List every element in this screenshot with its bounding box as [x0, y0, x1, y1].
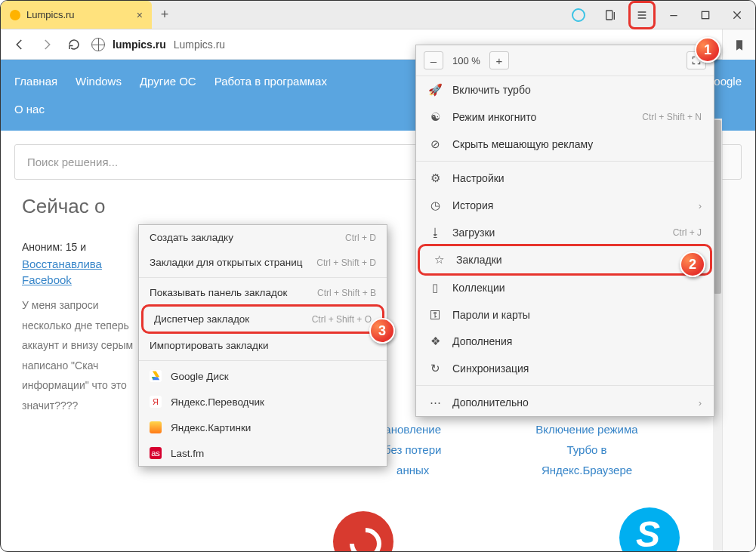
- new-tab-button[interactable]: +: [152, 1, 177, 29]
- browser-main-menu: – 100 % + 🚀Включить турбо ☯Режим инкогни…: [415, 45, 714, 417]
- gear-icon: ⚙: [428, 171, 442, 185]
- scrollbar-thumb[interactable]: [714, 120, 721, 294]
- annotation-badge-2: 2: [680, 251, 705, 277]
- svg-rect-5: [702, 11, 708, 18]
- menu-item-bookmarks[interactable]: ☆Закладки›: [420, 246, 710, 273]
- nav-about[interactable]: О нас: [14, 103, 45, 116]
- tab-favicon: [10, 10, 20, 20]
- download-icon: ⭳: [428, 226, 442, 239]
- nav-other-os[interactable]: Другие ОС: [140, 75, 196, 88]
- submenu-item-ytranslate[interactable]: ЯЯндекс.Переводчик: [139, 389, 387, 415]
- window-maximize-button[interactable]: [692, 1, 719, 29]
- nav-home[interactable]: Главная: [14, 75, 57, 88]
- comment-link-1[interactable]: Восстанавлива: [22, 257, 102, 270]
- submenu-item-open-tabs[interactable]: Закладки для открытых страницCtrl + Shif…: [139, 250, 387, 275]
- zoom-value: 100 %: [448, 55, 485, 66]
- sync-icon: ↻: [428, 362, 442, 375]
- highlight-bookmark-manager: Диспетчер закладокCtrl + Shift + O: [141, 304, 384, 334]
- collections-icon[interactable]: [597, 1, 624, 29]
- main-menu-button[interactable]: [628, 1, 656, 29]
- submenu-item-show-bar[interactable]: Показывать панель закладокCtrl + Shift +…: [139, 280, 387, 305]
- collections-icon: ▯: [428, 281, 442, 295]
- annotation-badge-1: 1: [695, 37, 721, 63]
- bookmarks-submenu: Создать закладкуCtrl + D Закладки для от…: [138, 224, 387, 467]
- submenu-item-create[interactable]: Создать закладкуCtrl + D: [139, 225, 387, 250]
- more-icon: ⋯: [428, 396, 442, 409]
- svg-rect-0: [606, 11, 613, 20]
- yandex-translate-icon: Я: [150, 396, 162, 408]
- star-icon: ☆: [432, 253, 446, 267]
- tab-title: Lumpics.ru: [26, 9, 131, 20]
- menu-item-hide-ads[interactable]: ⊘Скрыть мешающую рекламу: [416, 131, 714, 158]
- lastfm-icon: as: [150, 447, 162, 459]
- url-rest: Lumpics.ru: [174, 39, 225, 51]
- nav-forward-button[interactable]: [37, 35, 57, 54]
- clock-icon: ◷: [428, 199, 442, 212]
- menu-item-history[interactable]: ◷История›: [416, 192, 714, 219]
- browser-tab[interactable]: Lumpics.ru ×: [1, 1, 152, 29]
- submenu-item-yimages[interactable]: Яндекс.Картинки: [139, 415, 387, 440]
- zoom-row: – 100 % +: [416, 45, 714, 76]
- gdrive-icon: [150, 370, 162, 382]
- annotation-badge-3: 3: [369, 318, 395, 344]
- menu-item-sync[interactable]: ↻Синхронизация: [416, 355, 714, 382]
- article-link-col-1[interactable]: ановление без потери анных: [384, 419, 441, 480]
- autocad-icon: [333, 511, 393, 552]
- nav-windows[interactable]: Windows: [76, 75, 122, 88]
- skype-icon: [619, 507, 680, 552]
- window-close-button[interactable]: [724, 1, 751, 29]
- bookmark-icon[interactable]: [723, 29, 755, 61]
- comment-body: У меня запроси несколько дне теперь акка…: [22, 295, 143, 416]
- rocket-icon: 🚀: [428, 83, 442, 97]
- menu-item-incognito[interactable]: ☯Режим инкогнитоCtrl + Shift + N: [416, 103, 714, 131]
- tab-close-icon[interactable]: ×: [137, 9, 143, 21]
- puzzle-icon: ❖: [428, 335, 442, 348]
- menu-item-more[interactable]: ⋯Дополнительно›: [416, 389, 714, 416]
- block-icon: ⊘: [428, 137, 442, 151]
- url-display[interactable]: lumpics.ru Lumpics.ru: [113, 39, 225, 51]
- article-link-col-2[interactable]: Включение режима Турбо в Яндекс.Браузере: [519, 419, 655, 480]
- zoom-in-button[interactable]: +: [489, 51, 509, 69]
- zoom-out-button[interactable]: –: [424, 51, 443, 69]
- submenu-item-import[interactable]: Импортировать закладки: [139, 333, 387, 358]
- submenu-item-manager[interactable]: Диспетчер закладокCtrl + Shift + O: [143, 307, 382, 332]
- site-info-icon[interactable]: [91, 38, 105, 51]
- menu-item-passwords[interactable]: ⚿Пароли и карты: [416, 301, 714, 328]
- highlight-bookmarks: ☆Закладки›: [418, 244, 712, 276]
- window-titlebar: Lumpics.ru × +: [1, 1, 755, 29]
- chevron-right-icon: ›: [699, 200, 702, 211]
- menu-item-downloads[interactable]: ⭳ЗагрузкиCtrl + J: [416, 219, 714, 245]
- nav-programs[interactable]: Работа в программах: [214, 75, 327, 88]
- window-minimize-button[interactable]: [660, 1, 687, 29]
- nav-reload-button[interactable]: [64, 35, 84, 54]
- chevron-right-icon: ›: [699, 397, 702, 409]
- nav-back-button[interactable]: [10, 35, 29, 54]
- yandex-images-icon: [150, 421, 162, 433]
- url-domain: lumpics.ru: [113, 39, 166, 51]
- submenu-item-lastfm[interactable]: asLast.fm: [139, 440, 387, 466]
- key-icon: ⚿: [428, 308, 442, 321]
- menu-item-collections[interactable]: ▯Коллекции: [416, 274, 714, 301]
- comment-link-2[interactable]: Facebook: [22, 273, 72, 286]
- menu-item-settings[interactable]: ⚙Настройки: [416, 165, 714, 192]
- menu-item-addons[interactable]: ❖Дополнения: [416, 328, 714, 355]
- menu-item-turbo[interactable]: 🚀Включить турбо: [416, 76, 714, 103]
- assistant-icon[interactable]: [565, 1, 592, 29]
- incognito-icon: ☯: [428, 110, 442, 124]
- submenu-item-gdrive[interactable]: Google Диск: [139, 363, 387, 389]
